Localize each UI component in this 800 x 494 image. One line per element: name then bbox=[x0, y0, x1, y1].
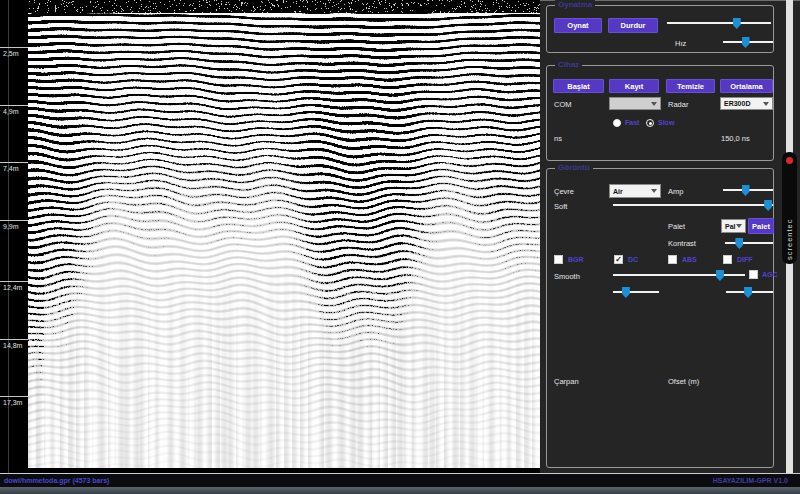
depth-axis: 2,5m 4,9m 7,4m 9,9m 12,4m 14,8m 17,3m bbox=[0, 0, 28, 473]
ns-label: ns bbox=[554, 134, 562, 143]
slider-thumb[interactable] bbox=[764, 200, 772, 211]
slider-thumb[interactable] bbox=[735, 238, 743, 249]
window-bottom-edge bbox=[0, 487, 800, 494]
smooth-label: Smooth bbox=[554, 272, 580, 281]
group-goruntu-title: Görüntü bbox=[555, 163, 593, 173]
fast-radio-label: Fast bbox=[625, 119, 639, 126]
average-button[interactable]: Ortalama bbox=[720, 79, 773, 93]
speed-label: Hız bbox=[675, 39, 686, 48]
record-button[interactable]: Kayıt bbox=[609, 79, 659, 93]
bgr-checkbox[interactable] bbox=[554, 255, 563, 264]
group-goruntu: Görüntü Çevre Air Amp Soft Palet Pal Pal… bbox=[546, 168, 774, 468]
chevron-down-icon bbox=[651, 102, 657, 106]
chevron-down-icon bbox=[763, 102, 769, 106]
status-file-info: dowi/hmmetoda.gpr (4573 bars) bbox=[4, 477, 109, 484]
slow-radio[interactable] bbox=[646, 119, 654, 127]
depth-tick-label: 7,4m bbox=[3, 165, 19, 172]
depth-tick-label: 9,9m bbox=[3, 223, 19, 230]
record-dot-icon bbox=[786, 157, 793, 164]
depth-tick-label: 12,4m bbox=[3, 284, 22, 291]
agc-checkbox-label: AGC bbox=[762, 271, 778, 278]
com-label: COM bbox=[554, 100, 572, 109]
slider-thumb[interactable] bbox=[744, 287, 752, 298]
amp-label: Amp bbox=[668, 187, 683, 196]
ns-value: 150,0 ns bbox=[721, 134, 750, 143]
play-button[interactable]: Oynat bbox=[554, 18, 602, 33]
screen-recorder-watermark: screentec bbox=[782, 152, 797, 264]
depth-tick-label: 4,9m bbox=[3, 108, 19, 115]
palette-dropdown[interactable]: Pal bbox=[721, 219, 746, 233]
fast-radio[interactable] bbox=[613, 119, 621, 127]
agc-checkbox[interactable] bbox=[749, 270, 758, 279]
clear-button[interactable]: Temizle bbox=[666, 79, 715, 93]
watermark-label: screentec bbox=[785, 168, 794, 260]
gain-left-slider[interactable] bbox=[613, 286, 659, 298]
amp-slider[interactable] bbox=[723, 184, 773, 196]
slider-thumb[interactable] bbox=[733, 18, 741, 29]
radar-model-value: ER300D bbox=[724, 100, 750, 107]
slow-radio-label: Slow bbox=[658, 119, 674, 126]
abs-checkbox[interactable] bbox=[668, 255, 677, 264]
group-cihaz-title: Cihaz bbox=[555, 60, 582, 70]
status-app-version: HSAYAZILIM-GPR V1.0 bbox=[713, 477, 788, 484]
soft-label: Soft bbox=[554, 202, 567, 211]
chevron-down-icon bbox=[651, 189, 657, 193]
slider-thumb[interactable] bbox=[622, 287, 630, 298]
environment-value: Air bbox=[613, 188, 623, 195]
radargram-area bbox=[28, 0, 540, 473]
diff-checkbox-label: DIFF bbox=[737, 256, 753, 263]
palette-label: Palet bbox=[668, 222, 685, 231]
gpr-app-window: 2,5m 4,9m 7,4m 9,9m 12,4m 14,8m 17,3m Oy… bbox=[0, 0, 800, 494]
slider-thumb[interactable] bbox=[742, 37, 750, 48]
slider-thumb[interactable] bbox=[742, 185, 750, 196]
contrast-label: Kontrast bbox=[668, 239, 696, 248]
abs-checkbox-label: ABS bbox=[682, 256, 697, 263]
group-cihaz: Cihaz Başlat Kayıt Temizle Ortalama COM … bbox=[546, 65, 774, 161]
radar-model-dropdown[interactable]: ER300D bbox=[720, 97, 773, 110]
chevron-down-icon bbox=[736, 224, 742, 228]
radargram-bscan-image bbox=[28, 0, 540, 468]
control-panel: Oynatma Oynat Durdur Hız Cihaz Başlat Ka… bbox=[540, 0, 800, 473]
environment-dropdown[interactable]: Air bbox=[609, 184, 661, 198]
stop-button[interactable]: Durdur bbox=[608, 18, 658, 33]
playback-position-slider[interactable] bbox=[667, 17, 771, 29]
depth-tick-label: 2,5m bbox=[3, 50, 19, 57]
smooth-slider[interactable] bbox=[613, 269, 745, 281]
depth-tick-label: 17,3m bbox=[3, 399, 22, 406]
palette-button[interactable]: Palet bbox=[748, 218, 774, 234]
diff-checkbox[interactable] bbox=[723, 255, 732, 264]
group-oynatma: Oynatma Oynat Durdur Hız bbox=[546, 5, 774, 53]
dc-checkbox[interactable]: ✓ bbox=[614, 255, 623, 264]
offset-label: Ofset (m) bbox=[668, 377, 699, 386]
multiplier-label: Çarpan bbox=[554, 377, 579, 386]
radar-label: Radar bbox=[668, 100, 688, 109]
palette-dropdown-value: Pal bbox=[725, 223, 736, 230]
gain-right-slider[interactable] bbox=[726, 286, 773, 298]
dc-checkbox-label: DC bbox=[628, 256, 638, 263]
speed-slider[interactable] bbox=[723, 36, 773, 48]
contrast-slider[interactable] bbox=[725, 237, 773, 249]
bgr-checkbox-label: BGR bbox=[568, 256, 584, 263]
com-port-dropdown[interactable] bbox=[609, 97, 661, 110]
environment-label: Çevre bbox=[554, 187, 574, 196]
slider-thumb[interactable] bbox=[716, 270, 724, 281]
group-oynatma-title: Oynatma bbox=[555, 0, 595, 10]
soft-slider[interactable] bbox=[613, 199, 773, 211]
status-bar: dowi/hmmetoda.gpr (4573 bars) HSAYAZILIM… bbox=[0, 474, 800, 487]
start-button[interactable]: Başlat bbox=[553, 79, 604, 93]
depth-tick-label: 14,8m bbox=[3, 342, 22, 349]
